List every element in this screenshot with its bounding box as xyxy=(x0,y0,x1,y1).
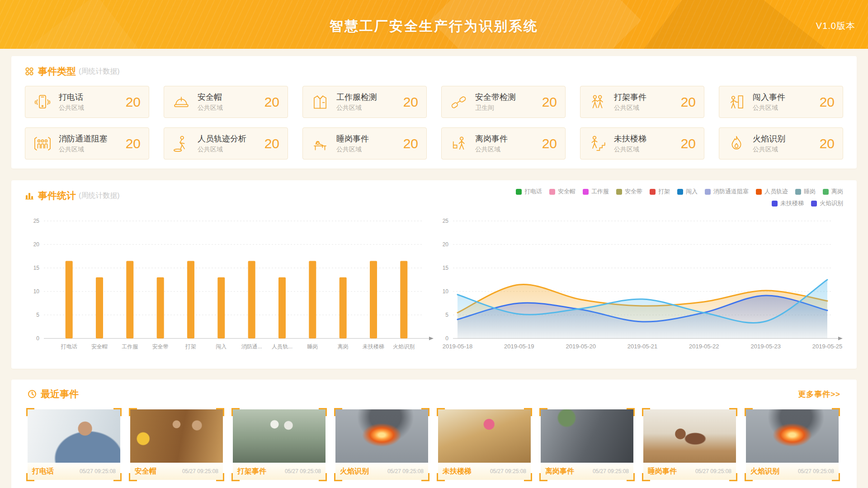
corner-bracket-icon xyxy=(319,408,327,416)
event-type-card[interactable]: 打电话 公共区域 20 xyxy=(25,86,149,118)
legend-item[interactable]: 人员轨迹 xyxy=(756,188,788,196)
event-type-card[interactable]: 睡岗事件 公共区域 20 xyxy=(302,127,427,160)
event-type-count: 20 xyxy=(820,136,835,151)
event-type-area: 公共区域 xyxy=(753,104,785,112)
event-type-name: 打架事件 xyxy=(614,92,646,103)
event-type-area: 公共区域 xyxy=(198,104,223,112)
legend-item[interactable]: 未扶楼梯 xyxy=(772,199,804,207)
svg-text:0: 0 xyxy=(36,335,39,342)
event-type-count: 20 xyxy=(681,94,696,110)
corner-bracket-icon xyxy=(627,408,635,416)
event-type-card[interactable]: 安全帽 公共区域 20 xyxy=(164,86,288,118)
corner-bracket-icon xyxy=(729,473,737,481)
event-type-count: 20 xyxy=(681,136,696,151)
more-events-link[interactable]: 更多事件>> xyxy=(798,389,840,399)
recent-event-card[interactable]: 打电话 05/27 09:25:08 xyxy=(28,409,120,480)
recent-event-card[interactable]: 火焰识别 05/27 09:25:08 xyxy=(746,409,839,480)
sleep-icon xyxy=(310,134,330,154)
svg-text:人员轨...: 人员轨... xyxy=(272,343,292,350)
legend-item[interactable]: 安全带 xyxy=(616,188,642,196)
event-type-count: 20 xyxy=(126,94,141,110)
event-type-area: 公共区域 xyxy=(614,104,646,112)
recent-event-card[interactable]: 安全帽 05/27 09:25:08 xyxy=(130,409,223,480)
trajectory-icon xyxy=(171,134,191,154)
corner-bracket-icon xyxy=(832,473,840,481)
event-photo xyxy=(541,409,633,463)
legend-item[interactable]: 工作服 xyxy=(583,188,609,196)
recent-event-card[interactable]: 未扶楼梯 05/27 09:25:08 xyxy=(438,409,531,480)
event-type-card[interactable]: 安全带检测 卫生间 20 xyxy=(441,86,566,118)
event-type-name: 闯入事件 xyxy=(753,92,785,103)
event-photo xyxy=(746,409,839,463)
helmet-icon xyxy=(171,92,191,112)
svg-text:10: 10 xyxy=(33,288,40,295)
recent-event-card[interactable]: 打架事件 05/27 09:25:08 xyxy=(233,409,326,480)
svg-text:打架: 打架 xyxy=(185,343,196,350)
seatbelt-icon xyxy=(449,92,469,112)
legend-item[interactable]: 打架 xyxy=(650,188,670,196)
corner-bracket-icon xyxy=(421,473,429,481)
event-type-card[interactable]: 闯入事件 公共区域 20 xyxy=(719,86,843,118)
legend-item[interactable]: 安全帽 xyxy=(549,188,576,196)
legend-label: 离岗 xyxy=(831,188,843,196)
corner-bracket-icon xyxy=(421,408,429,416)
event-type-area: 公共区域 xyxy=(336,104,377,112)
legend-swatch xyxy=(516,189,522,195)
svg-text:离岗: 离岗 xyxy=(338,343,349,350)
event-type-area: 公共区域 xyxy=(336,145,369,154)
recent-event-card[interactable]: 睡岗事件 05/27 09:25:08 xyxy=(643,409,736,480)
event-type-count: 20 xyxy=(264,136,279,151)
corner-bracket-icon xyxy=(745,408,753,416)
workwear-icon xyxy=(310,92,330,112)
legend-item[interactable]: 火焰识别 xyxy=(811,199,843,207)
event-bar-chart: 0510152025打电话安全帽工作服安全带打架闯入消防通...人员轨...睡岗… xyxy=(25,208,434,360)
svg-text:火焰识别: 火焰识别 xyxy=(393,343,415,350)
corner-bracket-icon xyxy=(129,408,137,416)
statistics-section: 事件统计 (周统计数据) 打电话安全帽工作服安全带打架闯入消防通道阻塞人员轨迹睡… xyxy=(11,180,857,369)
event-types-section: 事件类型 (周统计数据) 打电话 公共区域 20 安全帽 公共区域 20 工作服… xyxy=(11,56,857,169)
corner-bracket-icon xyxy=(26,473,34,481)
event-type-card[interactable]: 打架事件 公共区域 20 xyxy=(580,86,704,118)
svg-text:20: 20 xyxy=(33,241,40,248)
event-type-name: 打电话 xyxy=(59,92,84,103)
event-label: 火焰识别 xyxy=(340,467,369,476)
svg-text:10: 10 xyxy=(443,288,449,295)
legend-item[interactable]: 离岗 xyxy=(823,188,843,196)
legend-item[interactable]: 打电话 xyxy=(516,188,542,196)
event-type-card[interactable]: 消防通道阻塞 公共区域 20 xyxy=(25,127,149,160)
event-label: 未扶楼梯 xyxy=(443,467,472,476)
event-timestamp: 05/27 09:25:08 xyxy=(695,468,731,474)
legend-label: 安全帽 xyxy=(558,188,576,196)
event-type-area: 公共区域 xyxy=(475,145,508,154)
corner-bracket-icon xyxy=(334,408,342,416)
svg-text:5: 5 xyxy=(36,312,39,318)
corner-bracket-icon xyxy=(129,473,137,481)
recent-event-card[interactable]: 火焰识别 05/27 09:25:08 xyxy=(335,409,428,480)
svg-text:未扶楼梯: 未扶楼梯 xyxy=(363,343,384,350)
legend-item[interactable]: 闯入 xyxy=(677,188,698,196)
svg-text:2019-05-25: 2019-05-25 xyxy=(812,343,843,350)
event-type-card[interactable]: 离岗事件 公共区域 20 xyxy=(441,127,566,160)
legend-item[interactable]: 消防通道阻塞 xyxy=(705,188,749,196)
event-type-card[interactable]: 人员轨迹分析 公共区域 20 xyxy=(164,127,288,160)
svg-text:20: 20 xyxy=(443,241,449,248)
legend-item[interactable]: 睡岗 xyxy=(795,188,816,196)
event-type-card[interactable]: 未扶楼梯 公共区域 20 xyxy=(580,127,704,160)
svg-text:安全帽: 安全帽 xyxy=(91,343,108,350)
event-type-card[interactable]: 工作服检测 公共区域 20 xyxy=(302,86,427,118)
phone-icon xyxy=(33,92,52,112)
legend-label: 安全带 xyxy=(625,188,642,196)
legend-label: 消防通道阻塞 xyxy=(713,188,749,196)
corner-bracket-icon xyxy=(231,408,240,416)
corner-bracket-icon xyxy=(113,473,122,481)
event-timestamp: 05/27 09:25:08 xyxy=(285,468,321,474)
event-type-grid: 打电话 公共区域 20 安全帽 公共区域 20 工作服检测 公共区域 20 安全… xyxy=(25,86,843,160)
corner-bracket-icon xyxy=(437,408,445,416)
recent-event-card[interactable]: 离岗事件 05/27 09:25:08 xyxy=(541,409,633,480)
app-title: 智慧工厂安全生产行为识别系统 xyxy=(0,17,868,36)
event-type-card[interactable]: 火焰识别 公共区域 20 xyxy=(719,127,843,160)
event-type-area: 公共区域 xyxy=(198,145,246,154)
event-label: 打架事件 xyxy=(237,467,266,476)
fire-channel-icon xyxy=(33,134,52,154)
event-label: 打电话 xyxy=(32,467,54,476)
